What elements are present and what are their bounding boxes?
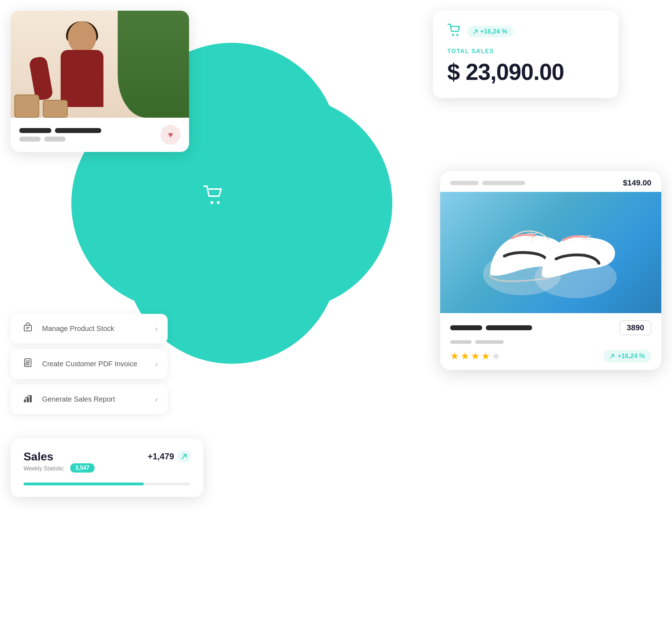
text-bar-1	[19, 128, 51, 133]
shoe-svg	[476, 203, 626, 302]
product-stars: ★ ★ ★ ★ ★	[450, 350, 500, 362]
boxes-decoration	[11, 89, 189, 118]
product-footer-row3: ★ ★ ★ ★ ★ +16,24 %	[450, 350, 651, 363]
stats-badge-count: 3,547	[70, 463, 95, 473]
stock-icon	[21, 322, 35, 335]
product-name-bar-2	[486, 325, 532, 330]
menu-item-stock[interactable]: Manage Product Stock ›	[11, 314, 168, 343]
product-sub-bar-1	[450, 340, 472, 344]
star-3: ★	[471, 350, 480, 362]
product-price: $149.00	[623, 178, 651, 188]
svg-point-2	[452, 34, 454, 36]
total-sales-card: +16,24 % TOTAL SALES $ 23,090.00	[433, 11, 618, 98]
sales-card-top-row: +16,24 %	[447, 24, 604, 40]
second-line-group	[19, 137, 101, 142]
photo-text-lines	[19, 128, 101, 142]
svg-point-3	[456, 34, 458, 36]
product-name-bar-1	[450, 325, 482, 330]
first-line-group	[19, 128, 101, 133]
stock-chevron: ›	[155, 325, 158, 333]
text-bar-2	[55, 128, 101, 133]
stats-right: +1,479	[148, 450, 190, 463]
heart-button[interactable]: ♥	[161, 125, 180, 145]
menu-card: Manage Product Stock › PDF Create Custom…	[11, 314, 168, 414]
star-5: ★	[492, 350, 500, 362]
svg-rect-4	[24, 325, 31, 331]
svg-point-0	[210, 201, 213, 204]
product-footer-row1: 3890	[450, 320, 651, 335]
product-card-header: $149.00	[440, 171, 661, 192]
sales-cart-icon	[447, 24, 462, 40]
product-sub-bar-2	[475, 340, 504, 344]
menu-item-invoice[interactable]: PDF Create Customer PDF Invoice ›	[11, 349, 168, 379]
progress-bar-fill	[24, 483, 144, 485]
svg-text:PDF: PDF	[25, 363, 30, 366]
product-sub-bars	[450, 340, 651, 344]
product-badge-text: +16,24 %	[617, 352, 645, 360]
star-1: ★	[450, 350, 459, 362]
svg-rect-8	[27, 397, 29, 402]
invoice-icon: PDF	[21, 358, 35, 370]
report-icon	[21, 393, 35, 406]
text-bar-3	[19, 137, 41, 142]
sales-badge-text: +16,24 %	[480, 28, 508, 35]
stock-label: Manage Product Stock	[42, 325, 148, 333]
weekly-row: Weekly Statistic 3,547	[24, 463, 95, 473]
svg-rect-7	[24, 399, 26, 402]
center-cart-icon	[203, 185, 225, 209]
stats-arrow-icon	[178, 450, 190, 463]
sales-label: TOTAL SALES	[447, 48, 604, 55]
heart-icon: ♥	[168, 130, 173, 140]
stats-subtitle: Weekly Statistic	[24, 465, 64, 472]
product-card: $149.00	[440, 171, 661, 370]
svg-rect-9	[30, 395, 32, 402]
stats-card: Sales Weekly Statistic 3,547 +1,479	[11, 439, 203, 497]
product-name-bars	[450, 325, 532, 330]
report-label: Generate Sales Report	[42, 395, 148, 403]
product-percent-badge: +16,24 %	[603, 350, 651, 363]
product-card-footer: 3890 ★ ★ ★ ★ ★ +16,24 %	[440, 313, 661, 370]
invoice-label: Create Customer PDF Invoice	[42, 360, 148, 368]
photo-card: ♥	[11, 11, 189, 152]
star-2: ★	[460, 350, 469, 362]
product-header-bars	[450, 181, 525, 185]
menu-item-report[interactable]: Generate Sales Report ›	[11, 384, 168, 414]
stats-left: Sales Weekly Statistic 3,547	[24, 450, 95, 477]
shoe-image-area	[440, 192, 661, 313]
report-chevron: ›	[155, 395, 158, 403]
invoice-chevron: ›	[155, 360, 158, 368]
sales-amount: $ 23,090.00	[447, 59, 604, 85]
progress-bar-container	[24, 483, 190, 485]
sales-percent-badge: +16,24 %	[467, 26, 513, 37]
stats-increase-value: +1,479	[148, 452, 174, 462]
star-4: ★	[481, 350, 490, 362]
stats-top-row: Sales Weekly Statistic 3,547 +1,479	[24, 450, 190, 477]
product-bar-1	[450, 181, 479, 185]
stats-title: Sales	[24, 450, 95, 463]
photo-card-footer: ♥	[11, 118, 189, 152]
photo-image-area	[11, 11, 189, 118]
svg-point-1	[217, 201, 220, 204]
text-bar-4	[44, 137, 66, 142]
product-bar-2	[482, 181, 525, 185]
product-stock-count: 3890	[620, 320, 651, 335]
